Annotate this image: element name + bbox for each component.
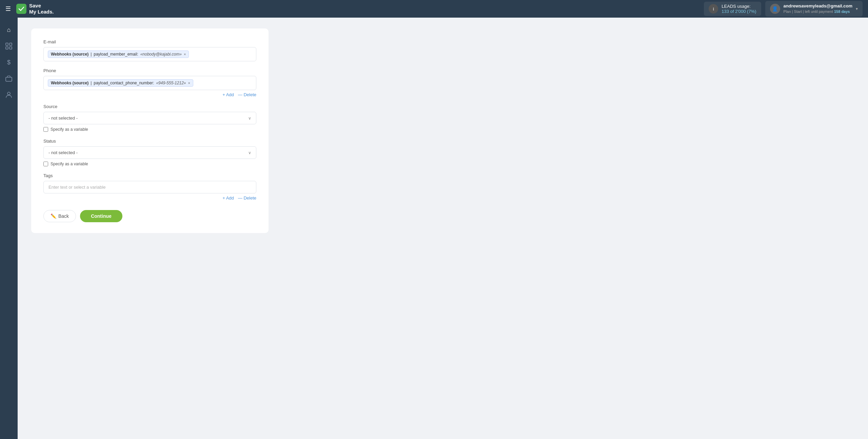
phone-delete-link[interactable]: — Delete: [238, 92, 256, 97]
status-chevron-icon: ∨: [248, 150, 251, 155]
status-select-display[interactable]: - not selected - ∨: [44, 147, 256, 159]
sidebar-item-home[interactable]: ⌂: [2, 23, 16, 37]
source-variable-checkbox[interactable]: [43, 127, 48, 132]
sidebar: ⌂ $: [0, 18, 18, 439]
hamburger-menu-icon[interactable]: ☰: [5, 5, 11, 13]
svg-rect-0: [6, 43, 8, 45]
user-menu[interactable]: 👤 andrewsavemyleads@gmail.com Plan | Sta…: [765, 1, 863, 17]
phone-label: Phone: [43, 68, 256, 73]
source-select[interactable]: - not selected - ∨: [43, 112, 256, 124]
email-tag-source: Webhooks (source): [51, 52, 88, 57]
app-name: Save My Leads.: [29, 3, 54, 15]
phone-add-delete-row: + Add — Delete: [43, 92, 256, 97]
email-tag-remove-icon[interactable]: ×: [184, 53, 186, 56]
phone-tag-remove-icon[interactable]: ×: [188, 81, 190, 85]
source-variable-row: Specify as a variable: [43, 127, 256, 132]
email-tag-field: payload_member_email:: [94, 52, 138, 57]
continue-button[interactable]: Continue: [80, 210, 122, 222]
app-logo: Save My Leads.: [16, 3, 54, 15]
source-select-display[interactable]: - not selected - ∨: [44, 112, 256, 124]
svg-rect-4: [6, 77, 12, 81]
phone-tag-field: payload_contact_phone_number:: [94, 81, 154, 85]
tags-field-group: Tags + Add — Delete: [43, 173, 256, 201]
email-label: E-mail: [43, 39, 256, 44]
tags-label: Tags: [43, 173, 256, 178]
svg-rect-3: [9, 47, 12, 49]
phone-tag-source: Webhooks (source): [51, 81, 88, 85]
user-menu-chevron-icon: ▾: [856, 6, 858, 11]
back-button[interactable]: ✏️ Back: [43, 210, 76, 222]
email-tag-value: «nobody@kajabi.com»: [140, 52, 182, 57]
source-label: Source: [43, 104, 256, 109]
status-select[interactable]: - not selected - ∨: [43, 146, 256, 159]
phone-input-wrapper[interactable]: Webhooks (source) | payload_contact_phon…: [43, 76, 256, 90]
info-icon: i: [709, 4, 718, 14]
sidebar-item-account[interactable]: [2, 88, 16, 102]
phone-add-link[interactable]: + Add: [222, 92, 234, 97]
source-field-group: Source - not selected - ∨ Specify as a v…: [43, 104, 256, 132]
status-selected-value: - not selected -: [48, 150, 78, 155]
form-button-row: ✏️ Back Continue: [43, 210, 256, 222]
source-selected-value: - not selected -: [48, 116, 78, 121]
status-field-group: Status - not selected - ∨ Specify as a v…: [43, 139, 256, 166]
leads-usage-panel: i LEADS usage: 133 of 2'000 (7%): [704, 2, 761, 16]
svg-rect-2: [6, 47, 8, 49]
status-variable-label[interactable]: Specify as a variable: [51, 162, 88, 166]
email-tag-separator: |: [91, 52, 92, 57]
source-variable-label[interactable]: Specify as a variable: [51, 127, 88, 132]
phone-tag-separator: |: [91, 81, 92, 85]
back-pencil-icon: ✏️: [51, 213, 56, 219]
email-tag[interactable]: Webhooks (source) | payload_member_email…: [48, 50, 189, 58]
phone-tag-value: «949-555-1212»: [156, 81, 186, 85]
tags-input[interactable]: [43, 181, 256, 193]
source-chevron-icon: ∨: [248, 116, 251, 121]
sidebar-item-connections[interactable]: [2, 39, 16, 53]
email-field-group: E-mail Webhooks (source) | payload_membe…: [43, 39, 256, 61]
status-variable-row: Specify as a variable: [43, 162, 256, 166]
email-input-wrapper[interactable]: Webhooks (source) | payload_member_email…: [43, 47, 256, 61]
sidebar-item-jobs[interactable]: [2, 72, 16, 85]
phone-field-group: Phone Webhooks (source) | payload_contac…: [43, 68, 256, 97]
form-card: E-mail Webhooks (source) | payload_membe…: [31, 28, 269, 233]
sidebar-item-billing[interactable]: $: [2, 56, 16, 69]
status-label: Status: [43, 139, 256, 144]
user-avatar-icon: 👤: [770, 4, 780, 14]
tags-delete-link[interactable]: — Delete: [238, 195, 256, 201]
leads-usage-text: LEADS usage: 133 of 2'000 (7%): [722, 4, 756, 14]
user-info: andrewsavemyleads@gmail.com Plan | Start…: [784, 3, 852, 15]
svg-point-5: [7, 92, 10, 95]
status-variable-checkbox[interactable]: [43, 162, 48, 166]
tags-add-link[interactable]: + Add: [222, 195, 234, 201]
tags-add-delete-row: + Add — Delete: [43, 195, 256, 201]
phone-tag[interactable]: Webhooks (source) | payload_contact_phon…: [48, 79, 193, 87]
logo-icon: [16, 4, 26, 14]
svg-rect-1: [9, 43, 12, 45]
main-content: E-mail Webhooks (source) | payload_membe…: [18, 18, 868, 439]
back-button-label: Back: [58, 213, 69, 219]
